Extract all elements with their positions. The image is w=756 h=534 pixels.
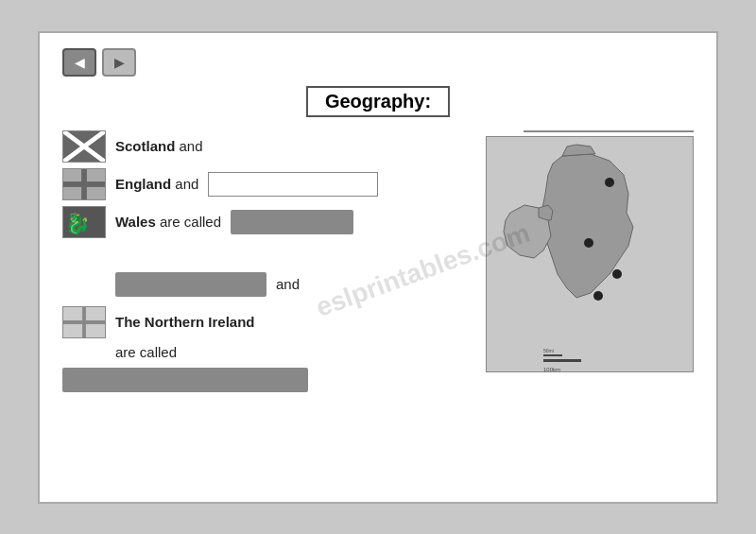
england-answer-box[interactable] [208, 172, 378, 197]
toolbar: ◀ ▶ [62, 48, 694, 77]
uk-map: 100km 50mi [486, 136, 694, 372]
top-answer-line [524, 130, 694, 132]
left-panel: Scotland and England and [62, 130, 448, 396]
bottom-gray-and-row: and [62, 272, 448, 297]
forward-button[interactable]: ▶ [102, 48, 136, 77]
svg-marker-14 [562, 145, 595, 156]
northern-ireland-label: The Northern Ireland [115, 314, 255, 330]
svg-rect-5 [81, 168, 87, 199]
header: Geography: [62, 86, 694, 117]
svg-point-22 [584, 238, 593, 248]
bottom-gray-bar-1 [115, 272, 266, 297]
back-button[interactable]: ◀ [62, 48, 96, 77]
final-gray-bar [62, 368, 308, 392]
northern-ireland-row: The Northern Ireland [62, 306, 448, 338]
wales-flag: 🐉 [62, 206, 106, 238]
svg-text:50mi: 50mi [543, 348, 554, 353]
svg-rect-17 [543, 359, 581, 362]
and-label: and [276, 276, 300, 292]
svg-text:100km: 100km [543, 367, 560, 372]
are-called-row: are called [115, 344, 448, 360]
content-area: Scotland and England and [62, 130, 694, 396]
scotland-flag [62, 130, 106, 163]
svg-point-24 [593, 291, 603, 301]
wales-row: 🐉 Wales are called [62, 206, 448, 238]
svg-rect-19 [543, 354, 562, 356]
are-called-label: are called [115, 344, 177, 360]
svg-point-21 [605, 178, 614, 187]
scotland-row: Scotland and [62, 130, 448, 163]
england-row: England and [62, 168, 448, 200]
map-area: 100km 50mi [467, 130, 694, 396]
northern-ireland-flag [62, 306, 106, 338]
svg-point-23 [612, 269, 622, 279]
england-label: England and [115, 176, 198, 192]
england-flag [62, 168, 106, 200]
wales-label: Wales are called [115, 214, 221, 230]
wales-gray-bar [231, 210, 353, 234]
svg-rect-11 [63, 320, 105, 324]
svg-text:🐉: 🐉 [65, 211, 91, 235]
final-answer-row [62, 368, 448, 396]
page-title: Geography: [306, 86, 450, 117]
scotland-label: Scotland and [115, 138, 203, 154]
